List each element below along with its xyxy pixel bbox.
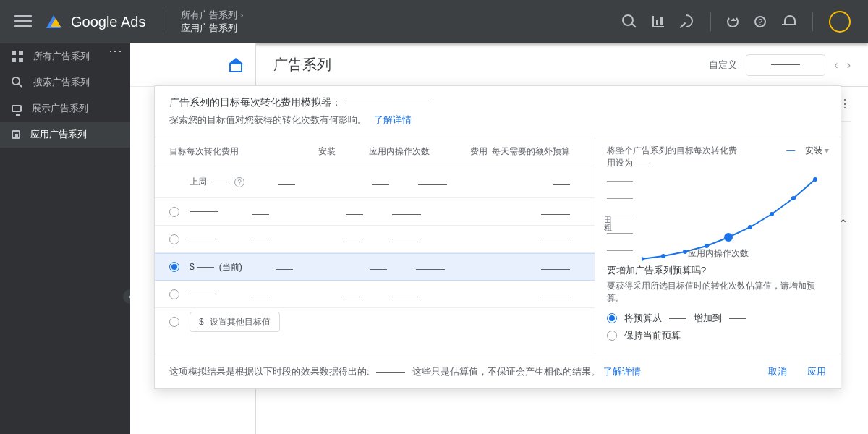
simulator-option[interactable] [155, 198, 595, 226]
app-campaign-icon [12, 130, 20, 139]
sidebar-item-app-campaigns[interactable]: 应用广告系列 [0, 122, 130, 148]
more-icon[interactable]: ⋮ [114, 45, 117, 59]
radio-icon[interactable] [607, 313, 617, 323]
reports-icon[interactable] [652, 16, 664, 27]
sidebar-item-search-campaigns[interactable]: 搜索广告系列 [0, 69, 130, 95]
simulator-option-current[interactable]: $ (当前) [155, 253, 595, 281]
apply-button[interactable]: 应用 [807, 365, 826, 378]
col-installs: 安装 [285, 145, 336, 158]
display-campaign-icon [12, 105, 22, 112]
sidebar-item-label: 所有广告系列 [33, 50, 90, 63]
cancel-button[interactable]: 取消 [768, 365, 787, 378]
help-icon[interactable]: ? [754, 16, 766, 27]
custom-date-label: 自定义 [709, 59, 737, 72]
chart-title: 将整个广告系列的目标每次转化费用设为 [607, 145, 737, 168]
divider [710, 12, 711, 31]
date-range-picker[interactable] [746, 54, 825, 76]
last-week-label: 上周 [190, 176, 207, 188]
account-avatar[interactable] [829, 11, 851, 33]
footer-text-b: 这些只是估算值，不保证会产生相似的结果。 [412, 366, 600, 377]
divider [812, 12, 813, 31]
page-title: 广告系列 [273, 55, 331, 75]
breadcrumb[interactable]: 所有广告系列 › 应用广告系列 [181, 9, 243, 35]
budget-hint: 要获得采用所选目标值时的转化次数估算值，请增加预算。 [607, 280, 829, 305]
search-icon[interactable] [622, 14, 637, 29]
simulator-option-custom[interactable]: $设置其他目标值 [155, 308, 595, 336]
svg-point-7 [791, 196, 796, 200]
radio-icon[interactable] [169, 262, 179, 272]
col-extra-budget: 每天需要的额外预算 [488, 145, 580, 158]
notifications-icon[interactable] [782, 14, 796, 29]
simulator-option[interactable] [155, 281, 595, 308]
col-target-cpa: 目标每次转化费用 [169, 145, 285, 158]
col-inapp: 应用内操作次数 [336, 145, 430, 158]
footer-learn-more-link[interactable]: 了解详情 [603, 366, 641, 377]
col-cost: 费用 [430, 145, 488, 158]
refresh-icon[interactable] [727, 16, 739, 27]
date-prev-icon[interactable]: ‹ [834, 59, 838, 72]
sidebar-item-all-campaigns[interactable]: 所有广告系列 ⋮ [0, 43, 130, 69]
set-other-target-button[interactable]: $设置其他目标值 [190, 312, 280, 332]
budget-keep-option[interactable]: 保持当前预算 [607, 329, 829, 342]
chart-x-label: 应用内操作次数 [607, 247, 829, 260]
simulator-chart-pane: 将整个广告系列的目标每次转化费用设为 — 安装 ▾ 田 粗 [595, 137, 841, 354]
tools-icon[interactable] [680, 14, 694, 29]
date-next-icon[interactable]: › [847, 59, 851, 72]
radio-icon[interactable] [169, 234, 179, 244]
sidebar-item-label: 应用广告系列 [30, 128, 87, 141]
svg-point-6 [770, 212, 774, 216]
home-icon [229, 59, 242, 71]
chart-y-label: 田 粗 [603, 210, 613, 221]
radio-icon[interactable] [169, 289, 179, 299]
simulator-option[interactable] [155, 226, 595, 253]
product-name: Google Ads [71, 14, 145, 30]
radio-icon[interactable] [607, 331, 617, 341]
sidebar-item-display-campaigns[interactable]: 展示广告系列 [0, 95, 130, 122]
budget-increase-option[interactable]: 将预算从 增加到 [607, 312, 829, 325]
overview-row[interactable] [130, 43, 255, 87]
panel-title: 广告系列的目标每次转化费用模拟器： [169, 96, 341, 108]
row-last-week: 上周 ? [155, 166, 595, 198]
radio-icon[interactable] [169, 317, 179, 327]
google-ads-logo-icon [46, 15, 61, 28]
sidebar-item-label: 搜索广告系列 [33, 76, 90, 89]
simulator-table: 目标每次转化费用 安装 应用内操作次数 费用 每天需要的额外预算 上周 ? [155, 137, 595, 354]
breadcrumb-top[interactable]: 所有广告系列 › [181, 9, 243, 22]
campaign-type-sidebar: 所有广告系列 ⋮ 搜索广告系列 展示广告系列 应用广告系列 ‹ [0, 43, 130, 434]
chart-metric-dropdown[interactable]: — 安装 ▾ [786, 145, 829, 169]
grid-icon [12, 51, 23, 62]
breadcrumb-sub[interactable]: 应用广告系列 [181, 22, 243, 35]
help-icon[interactable]: ? [234, 177, 244, 187]
radio-icon[interactable] [169, 207, 179, 217]
current-suffix: (当前) [219, 262, 242, 272]
sidebar-item-label: 展示广告系列 [32, 102, 88, 115]
svg-point-8 [813, 177, 817, 182]
panel-subtitle: 探索您的目标值对您获得的转化次数有何影响。 [169, 114, 367, 125]
svg-point-4 [724, 233, 733, 242]
footer-text-a: 这项模拟结果是根据以下时段的效果数据得出的: [169, 366, 370, 377]
menu-icon[interactable] [14, 15, 32, 28]
svg-point-5 [748, 225, 752, 229]
search-campaign-icon [12, 77, 23, 88]
divider [163, 10, 163, 33]
learn-more-link[interactable]: 了解详情 [374, 114, 412, 125]
target-cpa-simulator-panel: 广告系列的目标每次转化费用模拟器： 探索您的目标值对您获得的转化次数有何影响。 … [154, 85, 841, 389]
